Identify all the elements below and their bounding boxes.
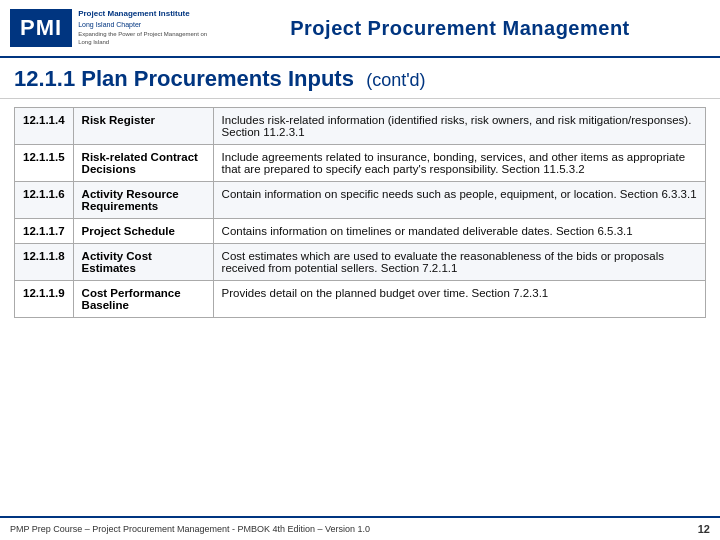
row-description: Include agreements related to insurance,… xyxy=(213,145,705,182)
logo-tagline: Expanding the Power of Project Managemen… xyxy=(78,31,210,47)
pmi-logo: PMI xyxy=(10,9,72,47)
pmi-initials: PMI xyxy=(20,15,62,40)
row-number: 12.1.1.6 xyxy=(15,182,74,219)
table-row: 12.1.1.9Cost Performance BaselineProvide… xyxy=(15,281,706,318)
row-description: Provides detail on the planned budget ov… xyxy=(213,281,705,318)
row-description: Includes risk-related information (ident… xyxy=(213,108,705,145)
footer-text: PMP Prep Course – Project Procurement Ma… xyxy=(10,524,370,534)
row-name: Activity Cost Estimates xyxy=(73,244,213,281)
table-row: 12.1.1.4Risk RegisterIncludes risk-relat… xyxy=(15,108,706,145)
row-number: 12.1.1.5 xyxy=(15,145,74,182)
inputs-table: 12.1.1.4Risk RegisterIncludes risk-relat… xyxy=(14,107,706,318)
header-title: Project Procurement Management xyxy=(210,17,710,40)
footer: PMP Prep Course – Project Procurement Ma… xyxy=(0,516,720,540)
row-number: 12.1.1.7 xyxy=(15,219,74,244)
chapter-name: Long Island Chapter xyxy=(78,20,210,29)
row-description: Cost estimates which are used to evaluat… xyxy=(213,244,705,281)
row-number: 12.1.1.4 xyxy=(15,108,74,145)
table-row: 12.1.1.5Risk-related Contract DecisionsI… xyxy=(15,145,706,182)
page-title-text: 12.1.1 Plan Procurements Inputs xyxy=(14,66,354,91)
table-row: 12.1.1.7Project ScheduleContains informa… xyxy=(15,219,706,244)
row-description: Contain information on specific needs su… xyxy=(213,182,705,219)
page-title-bar: 12.1.1 Plan Procurements Inputs (cont'd) xyxy=(0,58,720,99)
row-name: Risk Register xyxy=(73,108,213,145)
row-description: Contains information on timelines or man… xyxy=(213,219,705,244)
row-name: Project Schedule xyxy=(73,219,213,244)
table-row: 12.1.1.8Activity Cost EstimatesCost esti… xyxy=(15,244,706,281)
row-name: Risk-related Contract Decisions xyxy=(73,145,213,182)
org-name: Project Management Institute xyxy=(78,9,210,19)
row-name: Activity Resource Requirements xyxy=(73,182,213,219)
page-subtitle: (cont'd) xyxy=(366,70,425,90)
header: PMI Project Management Institute Long Is… xyxy=(0,0,720,58)
content-table-wrapper: 12.1.1.4Risk RegisterIncludes risk-relat… xyxy=(0,99,720,326)
row-number: 12.1.1.9 xyxy=(15,281,74,318)
logo-area: PMI Project Management Institute Long Is… xyxy=(10,9,210,47)
page-number: 12 xyxy=(698,523,710,535)
row-name: Cost Performance Baseline xyxy=(73,281,213,318)
row-number: 12.1.1.8 xyxy=(15,244,74,281)
page-title: 12.1.1 Plan Procurements Inputs (cont'd) xyxy=(14,66,706,92)
logo-text: Project Management Institute Long Island… xyxy=(78,9,210,46)
table-row: 12.1.1.6Activity Resource RequirementsCo… xyxy=(15,182,706,219)
